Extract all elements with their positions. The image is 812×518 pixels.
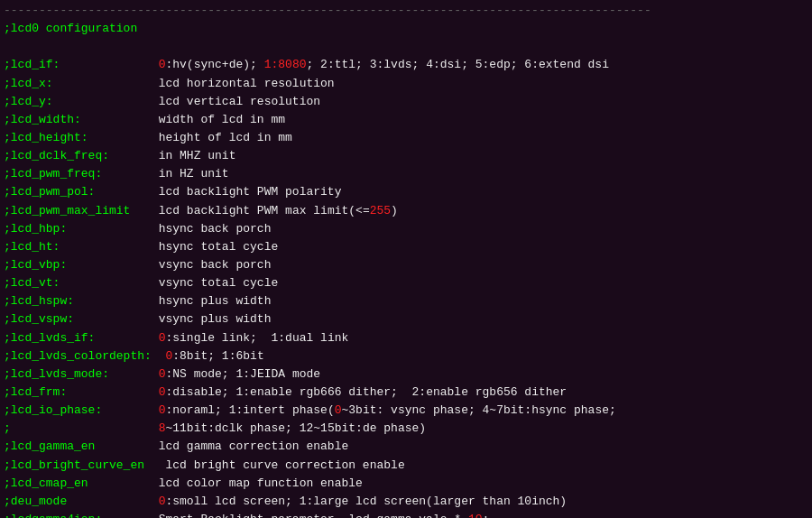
lcd-hbp-line: ;lcd_hbp: hsync back porch	[0, 220, 812, 238]
lcd-y-line: ;lcd_y: lcd vertical resolution	[0, 93, 812, 111]
lcd-ht-line: ;lcd_ht: hsync total cycle	[0, 238, 812, 256]
lcd-vt-line: ;lcd_vt: vsync total cycle	[0, 274, 812, 292]
lcd-pwm-pol-line: ;lcd_pwm_pol: lcd backlight PWM polarity	[0, 183, 812, 201]
lcd-gamma-en-line: ;lcd_gamma_en lcd gamma correction enabl…	[0, 438, 812, 456]
lcd-pwm-freq-line: ;lcd_pwm_freq: in HZ unit	[0, 165, 812, 183]
lcd-lvds-colordepth-line: ;lcd_lvds_colordepth: 0:8bit; 1:6bit	[0, 347, 812, 365]
lcd-lvds-if-line: ;lcd_lvds_if: 0:single link; 1:dual link	[0, 329, 812, 347]
lcdgamma4iep-line: ;lcdgamma4iep: Smart Backlight parameter…	[0, 511, 812, 518]
terminal-window: ----------------------------------------…	[0, 0, 812, 518]
lcd-height-line: ;lcd_height: height of lcd in mm	[0, 129, 812, 147]
lcd-width-line: ;lcd_width: width of lcd in mm	[0, 111, 812, 129]
lcd-if-line: ;lcd_if: 0:hv(sync+de); 1:8080; 2:ttl; 3…	[0, 56, 812, 74]
lcd-cmap-en-line: ;lcd_cmap_en lcd color map function enab…	[0, 475, 812, 493]
divider-top: ----------------------------------------…	[0, 2, 812, 20]
lcd-pwm-max-limit-line: ;lcd_pwm_max_limit lcd backlight PWM max…	[0, 202, 812, 220]
lcd-vspw-line: ;lcd_vspw: vsync plus width	[0, 310, 812, 328]
lcd-lvds-mode-line: ;lcd_lvds_mode: 0:NS mode; 1:JEIDA mode	[0, 365, 812, 384]
lcd-hspw-line: ;lcd_hspw: hsync plus width	[0, 292, 812, 310]
lcd-vbp-line: ;lcd_vbp: vsync back porch	[0, 256, 812, 274]
deu-mode-line: ;deu_mode 0:smoll lcd screen; 1:large lc…	[0, 493, 812, 511]
lcd-x-line: ;lcd_x: lcd horizontal resolution	[0, 75, 812, 93]
lcd-io-phase-cont-line: ; 8~11bit:dclk phase; 12~15bit:de phase)	[0, 420, 812, 438]
lcd-dclk-freq-line: ;lcd_dclk_freq: in MHZ unit	[0, 147, 812, 165]
lcd-frm-line: ;lcd_frm: 0:disable; 1:enable rgb666 dit…	[0, 384, 812, 402]
blank-line	[0, 38, 812, 56]
lcd-bright-curve-en-line: ;lcd_bright_curve_en lcd bright curve co…	[0, 457, 812, 475]
lcd-io-phase-line: ;lcd_io_phase: 0:noraml; 1:intert phase(…	[0, 402, 812, 420]
section-label: ;lcd0 configuration	[0, 20, 812, 38]
